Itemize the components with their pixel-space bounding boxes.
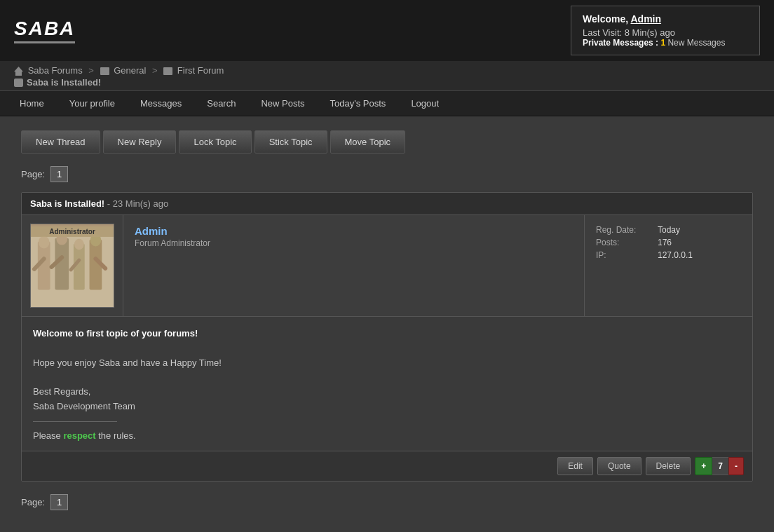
welcome-username[interactable]: Admin — [630, 13, 661, 25]
breadcrumb: Saba Forums > General > First Forum — [14, 65, 760, 76]
edit-button[interactable]: Edit — [557, 457, 593, 475]
stick-topic-button[interactable]: Stick Topic — [254, 130, 327, 154]
breadcrumb-topic: Saba is Installed! — [27, 77, 101, 88]
stat-posts: Posts: 176 — [596, 238, 741, 247]
post-avatar-col: Administrator — [22, 215, 123, 316]
navbar: Home Your profile Messages Search New Po… — [0, 90, 774, 116]
pm-line: Private Messages : 1 New Messages — [583, 38, 748, 48]
nav-messages[interactable]: Messages — [128, 91, 194, 116]
svg-rect-1 — [31, 224, 114, 237]
home-icon — [14, 67, 23, 76]
avatar: Administrator — [30, 224, 114, 308]
bubble-icon — [14, 79, 23, 87]
last-visit: Last Visit: 8 Min(s) ago — [583, 27, 748, 38]
reg-date-value: Today — [658, 225, 680, 235]
action-buttons: New Thread New Reply Lock Topic Stick To… — [21, 130, 753, 154]
sig-highlight: respect — [63, 430, 95, 441]
quote-button[interactable]: Quote — [597, 457, 641, 475]
svg-text:Administrator: Administrator — [50, 227, 95, 235]
username-link[interactable]: Admin — [135, 225, 168, 237]
post-line3: Best Regards, — [33, 385, 741, 400]
breadcrumb-home[interactable]: Saba Forums — [28, 65, 83, 76]
welcome-label: Welcome, — [583, 13, 628, 25]
post-divider — [33, 421, 117, 422]
topic-title-crumb: Saba is Installed! — [14, 77, 760, 88]
breadcrumb-general[interactable]: General — [114, 65, 146, 76]
logo: SABA — [14, 18, 75, 43]
post-username: Admin — [135, 225, 573, 237]
post-header: Saba is Installed! - 23 Min(s) ago — [22, 193, 752, 215]
svg-point-10 — [90, 234, 102, 247]
lock-topic-button[interactable]: Lock Topic — [179, 130, 251, 154]
post-line2: Hope you enjoy Saba and have a Happy Tim… — [33, 356, 741, 371]
post-info-col: Admin Forum Administrator — [123, 215, 584, 316]
main-content: New Thread New Reply Lock Topic Stick To… — [0, 116, 774, 532]
move-topic-button[interactable]: Move Topic — [330, 130, 406, 154]
logo-text: SABA — [14, 18, 75, 43]
post-line1: Welcome to first topic of your forums! — [33, 327, 741, 341]
nav-search[interactable]: Search — [194, 91, 248, 116]
breadcrumb-forum[interactable]: First Forum — [177, 65, 224, 76]
page-num-bottom[interactable]: 1 — [50, 494, 68, 510]
posts-label: Posts: — [596, 238, 652, 247]
post-time: - 23 Min(s) ago — [107, 198, 168, 209]
breadcrumb-bar: Saba Forums > General > First Forum Saba… — [0, 61, 774, 90]
posts-value: 176 — [658, 238, 672, 247]
page-label-top: Page: — [21, 169, 45, 179]
post-topic-title: Saba is Installed! — [30, 198, 104, 209]
breadcrumb-sep2: > — [152, 65, 158, 76]
welcome-box: Welcome, Admin Last Visit: 8 Min(s) ago … — [571, 6, 760, 55]
reg-date-label: Reg. Date: — [596, 225, 652, 235]
post-line4: Saba Development Team — [33, 400, 741, 414]
new-thread-button[interactable]: New Thread — [21, 130, 100, 154]
nav-logout[interactable]: Logout — [398, 91, 452, 116]
sig-post: the rules. — [96, 430, 136, 441]
ip-label: IP: — [596, 250, 652, 260]
post-content-area: Welcome to first topic of your forums! H… — [22, 316, 752, 451]
header: SABA Welcome, Admin Last Visit: 8 Min(s)… — [0, 0, 774, 61]
post-body: Administrator — [22, 215, 752, 316]
nav-new-posts[interactable]: New Posts — [248, 91, 317, 116]
avatar-svg: Administrator — [31, 224, 114, 308]
stat-ip: IP: 127.0.0.1 — [596, 250, 741, 260]
svg-point-8 — [56, 233, 67, 245]
vote-buttons: + 7 - — [695, 457, 744, 475]
breadcrumb-sep1: > — [88, 65, 94, 76]
svg-point-9 — [74, 239, 84, 250]
vote-minus-button[interactable]: - — [728, 457, 744, 475]
svg-point-7 — [39, 236, 50, 249]
post-sig: Please respect the rules. — [33, 429, 741, 444]
welcome-line: Welcome, Admin — [583, 13, 748, 25]
page-label-bottom: Page: — [21, 497, 45, 507]
avatar-art: Administrator — [31, 224, 114, 308]
page-num-top[interactable]: 1 — [50, 166, 68, 182]
nav-home[interactable]: Home — [7, 91, 57, 116]
post-container: Saba is Installed! - 23 Min(s) ago Admin… — [21, 192, 753, 482]
post-footer: Edit Quote Delete + 7 - — [22, 451, 752, 481]
vote-plus-button[interactable]: + — [695, 457, 712, 475]
folder-icon — [100, 67, 109, 75]
vote-count: 7 — [712, 457, 728, 475]
pm-count: 1 — [660, 38, 665, 48]
new-reply-button[interactable]: New Reply — [103, 130, 177, 154]
sig-pre: Please — [33, 430, 63, 441]
pagination-bottom: Page: 1 — [21, 494, 753, 510]
delete-button[interactable]: Delete — [646, 457, 691, 475]
folder-icon2 — [163, 67, 172, 75]
stat-reg-date: Reg. Date: Today — [596, 225, 741, 235]
post-user-stats: Reg. Date: Today Posts: 176 IP: 127.0.0.… — [584, 215, 752, 316]
post-line1-bold: Welcome to first topic of your forums! — [33, 328, 198, 339]
nav-your-profile[interactable]: Your profile — [57, 91, 128, 116]
pagination-top: Page: 1 — [21, 166, 753, 182]
post-role: Forum Administrator — [135, 238, 573, 248]
ip-value: 127.0.0.1 — [658, 250, 693, 260]
pm-label: Private Messages : — [583, 38, 658, 48]
nav-todays-posts[interactable]: Today's Posts — [318, 91, 399, 116]
pm-suffix: New Messages — [667, 38, 725, 48]
